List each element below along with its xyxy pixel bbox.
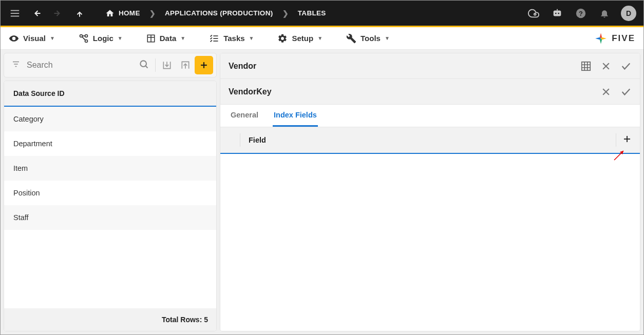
chat-bot-icon[interactable]	[550, 6, 564, 21]
import-button[interactable]	[158, 56, 176, 74]
data-source-list: Data Source ID Category Department Item …	[4, 81, 217, 331]
filter-icon[interactable]	[11, 60, 21, 71]
menu-tools[interactable]: Tools ▼	[346, 33, 390, 44]
breadcrumb-home[interactable]: HOME	[105, 9, 140, 18]
nodes-icon	[79, 33, 89, 44]
content-area: Data Source ID Category Department Item …	[1, 50, 643, 334]
add-button[interactable]	[195, 56, 213, 74]
menu-tasks[interactable]: Tasks ▼	[209, 33, 254, 44]
export-button[interactable]	[176, 56, 195, 74]
brand-logo: FIVE	[594, 32, 635, 45]
list-item[interactable]: Staff	[4, 205, 216, 230]
avatar-initial: D	[626, 9, 631, 17]
checklist-icon	[209, 33, 219, 44]
close-icon[interactable]	[601, 61, 611, 71]
close-icon[interactable]	[601, 87, 611, 97]
menu-label: Logic	[93, 34, 113, 43]
chevron-right-icon: ❯	[149, 9, 156, 17]
divider	[616, 133, 616, 147]
list-footer: Total Rows: 5	[4, 308, 216, 331]
svg-marker-49	[620, 151, 623, 154]
svg-point-6	[534, 13, 536, 15]
right-panel: Vendor VendorKey	[220, 53, 640, 331]
svg-line-17	[82, 36, 85, 40]
check-icon[interactable]	[620, 86, 632, 97]
svg-line-32	[146, 66, 148, 68]
breadcrumb-home-label: HOME	[119, 9, 140, 17]
list-item[interactable]: Category	[4, 107, 216, 131]
field-column-header: Field	[220, 127, 640, 154]
search-input[interactable]	[27, 61, 135, 70]
menu-visual[interactable]: Visual ▼	[9, 33, 55, 44]
vendorkey-header: VendorKey	[220, 79, 640, 105]
brand-text: FIVE	[612, 33, 635, 44]
menu-data[interactable]: Data ▼	[146, 34, 185, 43]
bell-icon[interactable]	[597, 6, 612, 21]
menu-label: Data	[160, 34, 177, 43]
up-arrow-icon[interactable]	[72, 6, 87, 21]
gear-icon	[277, 33, 288, 44]
topbar: HOME ❯ APPLICATIONS (PRODUCTION) ❯ TABLE…	[1, 1, 643, 27]
search-icon[interactable]	[139, 59, 149, 71]
breadcrumb-level2[interactable]: TABLES	[298, 9, 326, 17]
vendor-actions	[580, 61, 632, 72]
eye-icon	[9, 33, 19, 44]
menu-logic[interactable]: Logic ▼	[79, 33, 123, 44]
list-header: Data Source ID	[4, 81, 216, 107]
menu-label: Tools	[361, 34, 381, 43]
breadcrumb-level1[interactable]: APPLICATIONS (PRODUCTION)	[165, 9, 273, 17]
forward-arrow-icon	[51, 6, 65, 21]
tools-icon	[346, 33, 356, 44]
diagram-icon[interactable]	[580, 61, 592, 72]
menu-label: Tasks	[223, 34, 244, 43]
cloud-sync-icon[interactable]	[526, 6, 541, 21]
chevron-down-icon: ▼	[317, 35, 323, 41]
list-item[interactable]: Position	[4, 181, 216, 205]
svg-marker-27	[595, 37, 601, 39]
divider	[155, 58, 156, 72]
svg-text:?: ?	[579, 9, 583, 17]
vendor-title: Vendor	[229, 62, 256, 71]
vendorkey-actions	[601, 86, 632, 97]
search-row	[4, 53, 217, 77]
svg-rect-7	[554, 10, 561, 16]
breadcrumb: HOME ❯ APPLICATIONS (PRODUCTION) ❯ TABLE…	[105, 9, 326, 18]
svg-point-15	[85, 34, 87, 37]
chevron-right-icon: ❯	[282, 9, 289, 17]
vendor-header: Vendor	[220, 53, 640, 79]
left-panel: Data Source ID Category Department Item …	[4, 53, 217, 331]
hamburger-menu-icon[interactable]	[8, 6, 22, 21]
vendorkey-title: VendorKey	[229, 87, 272, 96]
grid-icon	[146, 34, 156, 43]
menu-label: Setup	[292, 34, 313, 43]
add-field-button[interactable]	[622, 134, 632, 146]
list-item[interactable]: Department	[4, 131, 216, 156]
menu-setup[interactable]: Setup ▼	[277, 33, 323, 44]
svg-point-9	[558, 12, 559, 14]
svg-point-31	[140, 61, 146, 67]
field-list-empty	[220, 154, 640, 331]
chevron-down-icon: ▼	[50, 35, 55, 41]
spacer	[4, 230, 216, 308]
tab-index-fields[interactable]: Index Fields	[273, 105, 318, 127]
menubar: Visual ▼ Logic ▼ Data ▼ Tasks ▼ Setup ▼ …	[1, 27, 643, 50]
topbar-right: ? D	[526, 6, 636, 21]
svg-marker-25	[601, 37, 607, 39]
topbar-left: HOME ❯ APPLICATIONS (PRODUCTION) ❯ TABLE…	[8, 6, 326, 21]
divider	[240, 133, 240, 147]
help-icon[interactable]: ?	[574, 6, 588, 21]
tabs: General Index Fields	[220, 105, 640, 127]
footer-value: 5	[204, 316, 208, 324]
avatar[interactable]: D	[621, 6, 636, 21]
footer-label: Total Rows:	[162, 316, 202, 324]
chevron-down-icon: ▼	[385, 35, 390, 41]
list-item[interactable]: Item	[4, 156, 216, 181]
check-icon[interactable]	[620, 61, 632, 72]
back-arrow-icon[interactable]	[29, 6, 44, 21]
svg-marker-24	[600, 33, 602, 38]
tab-general[interactable]: General	[230, 105, 259, 127]
five-logo-icon	[594, 32, 608, 45]
chevron-down-icon: ▼	[249, 35, 254, 41]
svg-point-8	[555, 12, 557, 14]
svg-marker-26	[600, 38, 602, 44]
